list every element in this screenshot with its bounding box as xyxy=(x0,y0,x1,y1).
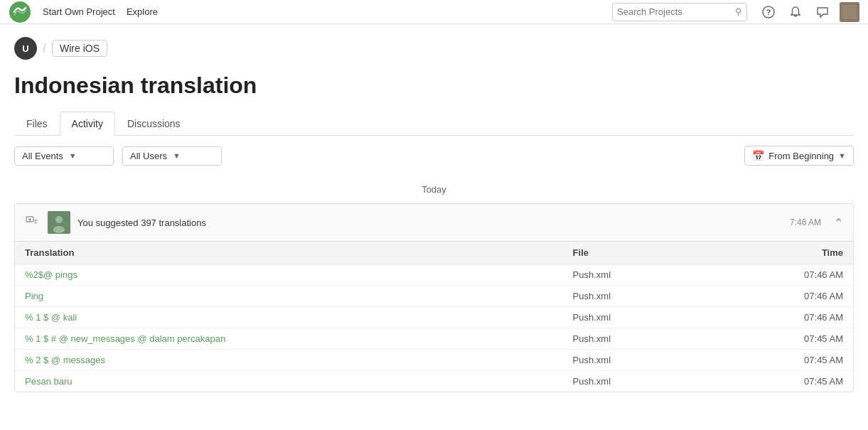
table-row: % 1 $ # @ new_messages @ dalam percakapa… xyxy=(15,328,853,350)
date-separator: Today xyxy=(14,176,854,203)
file-cell: Push.xml xyxy=(573,376,611,387)
activity-header: You suggested 397 translations 7:46 AM ⌃ xyxy=(15,204,853,242)
collapse-button[interactable]: ⌃ xyxy=(834,216,843,230)
date-filter-arrow: ▼ xyxy=(838,151,846,160)
events-filter-arrow: ▼ xyxy=(69,151,77,160)
search-box: ⚲ xyxy=(612,3,747,21)
time-cell: 07:46 AM xyxy=(804,269,843,280)
time-cell: 07:46 AM xyxy=(804,291,843,301)
translation-icon xyxy=(25,213,41,232)
start-own-project-link[interactable]: Start Own Project xyxy=(43,6,115,17)
users-filter-label: All Users xyxy=(130,151,167,161)
translation-cell[interactable]: Pesan baru xyxy=(25,376,73,387)
tab-discussions[interactable]: Discussions xyxy=(115,112,193,136)
time-cell: 07:45 AM xyxy=(804,376,843,387)
calendar-icon: 📅 xyxy=(752,150,764,161)
translation-cell[interactable]: % 1 $ # @ new_messages @ dalam percakapa… xyxy=(25,333,225,344)
filters-right: 📅 From Beginning ▼ xyxy=(744,146,854,166)
col-translation: Translation xyxy=(15,242,563,264)
svg-rect-4 xyxy=(842,5,857,19)
col-time: Time xyxy=(707,242,853,264)
events-filter-label: All Events xyxy=(22,151,63,161)
svg-text:?: ? xyxy=(766,8,771,16)
file-cell: Push.xml xyxy=(573,312,611,323)
table-row: % 1 $ @ kali Push.xml 07:46 AM xyxy=(15,307,853,328)
search-input[interactable] xyxy=(617,6,732,17)
activity-time: 7:46 AM xyxy=(790,217,821,227)
notifications-icon-btn[interactable] xyxy=(786,2,805,22)
chat-icon-btn[interactable] xyxy=(813,2,832,22)
time-cell: 07:46 AM xyxy=(804,312,843,323)
file-cell: Push.xml xyxy=(573,291,611,301)
content-area: Today You suggested 397 translations 7:4… xyxy=(0,176,868,392)
breadcrumb-separator: / xyxy=(43,41,46,56)
top-navigation: Start Own Project Explore ⚲ ? xyxy=(0,0,868,24)
svg-point-7 xyxy=(55,216,63,223)
breadcrumb: U / Wire iOS xyxy=(0,24,868,65)
time-cell: 07:45 AM xyxy=(804,355,843,365)
translation-cell[interactable]: Ping xyxy=(25,291,43,301)
help-icon-btn[interactable]: ? xyxy=(759,2,778,22)
table-row: % 2 $ @ messages Push.xml 07:45 AM xyxy=(15,350,853,371)
tab-activity[interactable]: Activity xyxy=(60,112,115,136)
translation-cell[interactable]: % 1 $ @ kali xyxy=(25,312,77,323)
activity-user-avatar xyxy=(48,211,70,234)
topnav-icons: ? xyxy=(759,2,859,22)
file-cell: Push.xml xyxy=(573,269,611,280)
translation-cell[interactable]: %2$@ pings xyxy=(25,269,77,280)
table-header-row: Translation File Time xyxy=(15,242,853,264)
users-filter-arrow: ▼ xyxy=(173,151,181,160)
table-row: Pesan baru Push.xml 07:45 AM xyxy=(15,371,853,392)
translations-table: Translation File Time %2$@ pings Push.xm… xyxy=(15,242,853,392)
tabs-bar: Files Activity Discussions xyxy=(14,112,854,136)
activity-item: You suggested 397 translations 7:46 AM ⌃… xyxy=(14,203,854,392)
users-filter[interactable]: All Users ▼ xyxy=(122,146,222,166)
file-cell: Push.xml xyxy=(573,355,611,365)
app-logo[interactable] xyxy=(9,1,31,23)
page-title: Indonesian translation xyxy=(14,72,854,99)
col-file: File xyxy=(563,242,707,264)
svg-point-8 xyxy=(53,226,65,233)
user-initials-avatar: U xyxy=(14,37,37,60)
project-link[interactable]: Wire iOS xyxy=(52,40,107,57)
table-row: %2$@ pings Push.xml 07:46 AM xyxy=(15,264,853,286)
page-title-section: Indonesian translation xyxy=(0,65,868,112)
events-filter[interactable]: All Events ▼ xyxy=(14,146,114,166)
translation-cell[interactable]: % 2 $ @ messages xyxy=(25,355,105,365)
file-cell: Push.xml xyxy=(573,333,611,344)
time-cell: 07:45 AM xyxy=(804,333,843,344)
filters-bar: All Events ▼ All Users ▼ 📅 From Beginnin… xyxy=(0,136,868,176)
explore-link[interactable]: Explore xyxy=(127,6,158,17)
date-filter-label: From Beginning xyxy=(768,151,834,161)
date-filter[interactable]: 📅 From Beginning ▼ xyxy=(744,146,854,166)
search-icon: ⚲ xyxy=(735,6,742,17)
user-avatar[interactable] xyxy=(840,2,859,22)
activity-description: You suggested 397 translations xyxy=(77,217,783,228)
tab-files[interactable]: Files xyxy=(14,112,60,136)
table-row: Ping Push.xml 07:46 AM xyxy=(15,286,853,307)
